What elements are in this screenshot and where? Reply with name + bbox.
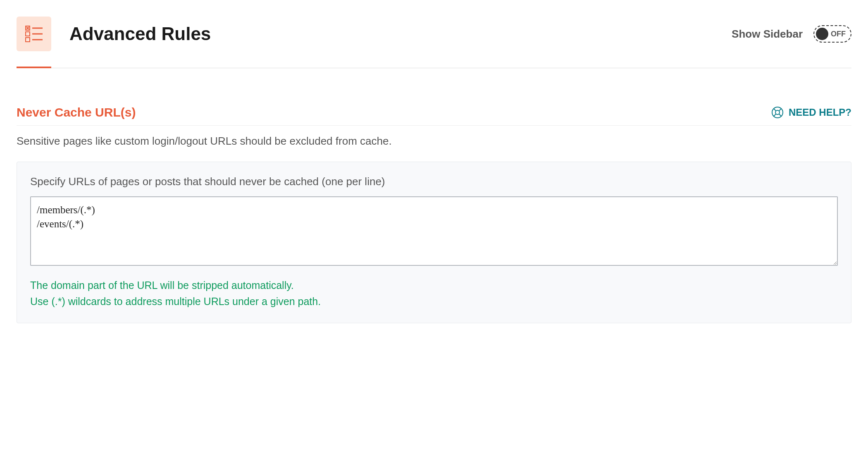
never-cache-field-box: Specify URLs of pages or posts that shou…: [17, 162, 851, 323]
section-title: Never Cache URL(s): [17, 105, 136, 119]
field-hint: The domain part of the URL will be strip…: [30, 277, 838, 310]
never-cache-field-label: Specify URLs of pages or posts that shou…: [30, 175, 838, 188]
section-header: Never Cache URL(s) NEED HELP?: [17, 105, 851, 126]
header-right: Show Sidebar OFF: [732, 25, 851, 43]
svg-line-10: [773, 109, 776, 111]
svg-line-12: [773, 114, 776, 117]
sidebar-toggle-label: Show Sidebar: [732, 28, 803, 41]
need-help-label: NEED HELP?: [789, 107, 851, 118]
hint-line-1: The domain part of the URL will be strip…: [30, 277, 838, 293]
toggle-knob: [816, 28, 828, 40]
page-icon-box: [17, 17, 51, 51]
page-header: Advanced Rules Show Sidebar OFF: [17, 17, 851, 68]
header-left: Advanced Rules: [17, 17, 211, 51]
sidebar-toggle[interactable]: OFF: [813, 25, 851, 43]
svg-line-11: [779, 109, 781, 111]
svg-line-13: [779, 114, 781, 117]
tab-underline: [17, 68, 851, 68]
never-cache-urls-input[interactable]: [30, 196, 838, 266]
hint-line-2: Use (.*) wildcards to address multiple U…: [30, 293, 838, 310]
section-description: Sensitive pages like custom login/logout…: [17, 135, 851, 148]
need-help-link[interactable]: NEED HELP?: [771, 106, 851, 119]
page-title: Advanced Rules: [69, 24, 211, 44]
list-rules-icon: [24, 24, 43, 43]
svg-rect-4: [26, 32, 30, 36]
lifebuoy-icon: [771, 106, 784, 119]
svg-rect-6: [26, 38, 30, 42]
toggle-state-text: OFF: [831, 30, 846, 38]
